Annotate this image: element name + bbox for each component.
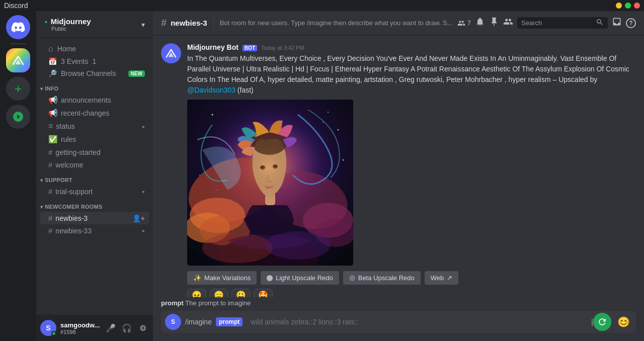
beta-upscale-redo-button[interactable]: Beta Upscale Redo xyxy=(343,271,421,285)
browse-badge: NEW xyxy=(128,70,145,77)
status-label: status xyxy=(56,122,74,130)
events-badge: 1 xyxy=(92,57,96,65)
emoji-button[interactable]: 😊 xyxy=(615,314,632,330)
mute-button[interactable]: 🎤 xyxy=(104,321,118,335)
sidebar-item-newbies-33[interactable]: # newbies-33 ▸ xyxy=(40,224,149,237)
member-count: 7 xyxy=(467,19,471,27)
reaction-grinning[interactable]: 😀 xyxy=(231,289,251,297)
recent-changes-icon: 📢 xyxy=(48,109,58,118)
server-status: Public xyxy=(44,26,91,32)
message-author[interactable]: Midjourney Bot xyxy=(187,43,238,51)
channel-header-desc: Bot room for new users. Type /imagine th… xyxy=(220,19,453,27)
notification-bell-icon[interactable] xyxy=(475,17,485,29)
home-label: Home xyxy=(57,45,76,53)
sidebar-item-rules[interactable]: ✅ rules xyxy=(40,133,149,146)
newbies-33-chevron: ▸ xyxy=(142,228,145,233)
getting-started-label: getting-started xyxy=(55,148,101,156)
web-label: Web xyxy=(431,274,444,282)
message-image[interactable] xyxy=(187,100,353,266)
search-input[interactable] xyxy=(521,19,593,27)
browse-icon: 🔎 xyxy=(48,69,57,77)
channels-list: ⌂ Home 📅 3 Events 1 🔎 Browse Channels NE… xyxy=(36,38,153,315)
add-server-button[interactable]: + xyxy=(6,76,30,101)
getting-started-icon: # xyxy=(48,148,52,156)
help-icon[interactable]: ? xyxy=(626,18,636,28)
anguished-emoji: 😖 xyxy=(192,290,202,297)
server-header[interactable]: ● Midjourney Public ▾ xyxy=(36,11,153,38)
expressionless-emoji: 😑 xyxy=(214,290,224,297)
category-newcomer-label: NEWCOMER ROOMS xyxy=(45,204,102,210)
category-info[interactable]: ▾ INFO xyxy=(36,79,153,94)
sidebar-item-status[interactable]: ≡ status ▸ xyxy=(40,120,149,133)
messages-area[interactable]: Midjourney Bot BOT Today at 3:42 PM In T… xyxy=(153,35,644,297)
sidebar-item-browse[interactable]: 🔎 Browse Channels NEW xyxy=(40,67,149,79)
main-content: # newbies-3 Bot room for new users. Type… xyxy=(153,11,644,341)
reactions: 😖 😑 😀 🤩 xyxy=(187,289,636,297)
category-support[interactable]: ▾ SUPPORT xyxy=(36,171,153,185)
welcome-icon: # xyxy=(48,160,52,169)
starstruck-emoji: 🤩 xyxy=(258,290,268,297)
sidebar-item-events[interactable]: 📅 3 Events 1 xyxy=(40,55,149,67)
web-button[interactable]: Web ↗ xyxy=(425,271,459,285)
svg-point-23 xyxy=(217,190,218,191)
user-avatar[interactable]: S xyxy=(40,320,56,336)
prompt-hint-label: prompt xyxy=(161,299,184,307)
reaction-starstruck[interactable]: 🤩 xyxy=(254,289,273,297)
deafen-button[interactable]: 🎧 xyxy=(120,321,134,335)
light-upscale-icon xyxy=(267,275,273,281)
restore-button[interactable] xyxy=(625,3,631,9)
message-timestamp: Today at 3:42 PM xyxy=(261,45,304,51)
server-sidebar: + xyxy=(0,11,36,341)
discord-home-button[interactable] xyxy=(6,15,30,39)
sidebar-item-trial-support[interactable]: # trial-support ▸ xyxy=(40,185,149,198)
user-name: samgoodw... xyxy=(60,321,100,329)
midjourney-server-icon[interactable] xyxy=(6,48,30,72)
search-bar[interactable] xyxy=(517,17,608,29)
announcements-label: announcements xyxy=(61,96,111,104)
input-area: S /imagine prompt | xyxy=(153,311,644,341)
sidebar-item-getting-started[interactable]: # getting-started xyxy=(40,146,149,158)
newbies-3-add-icon[interactable]: 👤+ xyxy=(132,214,145,222)
make-variations-button[interactable]: ✨ Make Variations xyxy=(187,271,257,285)
settings-button[interactable]: ⚙ xyxy=(136,321,150,335)
sidebar-item-newbies-3[interactable]: # newbies-3 👤+ xyxy=(40,212,149,224)
svg-point-16 xyxy=(265,231,331,260)
chat-input-field[interactable] xyxy=(249,314,591,330)
external-link-icon: ↗ xyxy=(447,274,452,282)
svg-point-19 xyxy=(338,129,339,131)
category-newcomer[interactable]: ▾ NEWCOMER ROOMS xyxy=(36,198,153,212)
input-actions: 😊 xyxy=(593,313,632,331)
sidebar-item-home[interactable]: ⌂ Home xyxy=(40,42,149,55)
newbies-33-hash-icon: # xyxy=(48,226,52,235)
reaction-expressionless[interactable]: 😑 xyxy=(209,289,228,297)
sidebar-item-welcome[interactable]: # welcome xyxy=(40,158,149,171)
submit-button[interactable] xyxy=(593,313,611,331)
prompt-hint-bar: prompt The prompt to imagine xyxy=(153,297,644,311)
status-chevron: ▸ xyxy=(142,124,145,129)
sidebar-item-announcements[interactable]: 📢 announcements xyxy=(40,94,149,107)
bot-avatar[interactable] xyxy=(161,43,181,63)
inbox-icon[interactable] xyxy=(612,17,622,29)
slash-command: /imagine xyxy=(185,318,212,326)
explore-servers-button[interactable] xyxy=(6,105,30,129)
mention-link[interactable]: @Davidson303 xyxy=(187,86,235,94)
sidebar-item-recent-changes[interactable]: 📢 recent-changes xyxy=(40,107,149,120)
close-button[interactable] xyxy=(634,3,640,9)
minimize-button[interactable] xyxy=(616,3,622,9)
pin-icon[interactable] xyxy=(489,17,499,29)
reaction-anguished[interactable]: 😖 xyxy=(187,289,206,297)
trial-support-chevron: ▸ xyxy=(142,189,145,194)
prompt-hint-text: The prompt to imagine xyxy=(185,299,251,307)
speed-tag: (fast) xyxy=(237,86,254,94)
members-panel-icon[interactable] xyxy=(503,17,513,29)
grinning-emoji: 😀 xyxy=(236,290,246,297)
recent-changes-label: recent-changes xyxy=(61,109,110,117)
cursor-indicator: | xyxy=(591,318,593,326)
events-label: 3 Events xyxy=(61,57,88,65)
light-upscale-redo-button[interactable]: Light Upscale Redo xyxy=(261,271,339,285)
members-count-icon[interactable]: 7 xyxy=(457,19,471,27)
channel-header: # newbies-3 Bot room for new users. Type… xyxy=(153,11,644,35)
message-buttons: ✨ Make Variations Light Upscale Redo Bet… xyxy=(187,271,636,285)
make-variations-icon: ✨ xyxy=(193,274,201,282)
server-separator xyxy=(10,43,26,44)
